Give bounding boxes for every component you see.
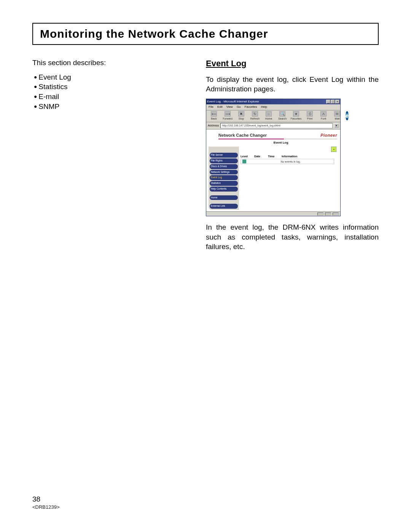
menu-view[interactable]: View — [226, 105, 233, 109]
event-log-heading: Event Log — [206, 58, 379, 69]
minimize-button[interactable]: _ — [326, 100, 330, 104]
search-icon: 🔍 — [279, 111, 285, 117]
page-content: Network Cache Changer Pioneer Event Log … — [206, 129, 340, 212]
sidebar-item-file-rights[interactable]: File Rights — [210, 158, 238, 163]
sidebar-item-discs-drives[interactable]: Discs & Drives — [210, 164, 238, 169]
sidebar-item-network-settings[interactable]: Network Settings — [210, 170, 238, 175]
header-rule — [218, 139, 337, 139]
address-dropdown-icon[interactable]: ▾ — [334, 123, 339, 128]
event-log-para-2: In the event log, the DRM-6NX writes inf… — [206, 222, 379, 252]
window-title: Event Log - Microsoft Internet Explorer — [207, 100, 326, 104]
mail-button[interactable]: ✉ Mail — [332, 111, 342, 120]
event-log-para-1: To display the event log, click Event Lo… — [206, 75, 379, 94]
forward-button[interactable]: ⟶ Forward — [222, 111, 233, 120]
font-label: Font — [321, 117, 326, 120]
intro-text: This section describes: — [32, 58, 192, 68]
mail-label: Mail — [335, 117, 340, 120]
sidebar-item-help-contents[interactable]: Help Contents — [210, 187, 238, 192]
col-time: Time — [268, 155, 282, 158]
font-button[interactable]: A Font — [318, 111, 329, 120]
sidebar-item-event-log[interactable]: Event Log — [210, 175, 238, 180]
home-icon: ⌂ — [266, 111, 272, 117]
bullet-item: E-mail — [34, 92, 192, 102]
app-title: Network Cache Changer — [218, 133, 267, 138]
address-input[interactable]: http://192.168.147.220/event_log/event_l… — [220, 123, 333, 128]
stop-label: Stop — [239, 117, 244, 120]
level-info-icon — [242, 160, 246, 163]
maximize-button[interactable]: □ — [331, 100, 335, 104]
print-label: Print — [307, 117, 312, 120]
bullet-list: Event Log Statistics E-mail SNMP — [32, 72, 192, 112]
status-cell — [317, 212, 323, 216]
page-header: Network Cache Changer Pioneer — [209, 132, 338, 138]
home-button[interactable]: ⌂ Home — [263, 111, 274, 120]
favorites-label: Favorites — [291, 117, 302, 120]
search-label: Search — [278, 117, 287, 120]
refresh-label: Refresh — [250, 117, 260, 120]
page-number: 38 — [32, 495, 60, 503]
print-button[interactable]: ⎙ Print — [304, 111, 315, 120]
empty-log-message: No events in log. — [248, 160, 334, 163]
sidebar-item-statistics[interactable]: Statistics — [210, 181, 238, 186]
menu-go[interactable]: Go — [237, 105, 241, 109]
menu-favorites[interactable]: Favorites — [245, 105, 257, 109]
address-label: Address — [208, 124, 219, 128]
back-icon: ⟵ — [211, 111, 217, 117]
page-footer: 38 <DRB1239> — [32, 495, 60, 510]
stop-button[interactable]: ✖ Stop — [236, 111, 247, 120]
event-log-table: Level Date Time Information No events in… — [241, 154, 334, 164]
main-panel: ▪ Level Date Time Information — [241, 147, 338, 210]
section-title-box: Monitoring the Network Cache Changer — [32, 23, 379, 45]
close-button[interactable]: × — [335, 100, 339, 104]
search-button[interactable]: 🔍 Search — [277, 111, 288, 120]
document-id: <DRB1239> — [32, 504, 60, 510]
menu-file[interactable]: File — [209, 105, 213, 109]
back-label: Back — [211, 117, 217, 120]
browser-screenshot: Event Log - Microsoft Internet Explorer … — [206, 99, 341, 216]
status-cell — [325, 212, 331, 216]
left-column: This section describes: Event Log Statis… — [32, 58, 192, 256]
content-columns: This section describes: Event Log Statis… — [32, 58, 379, 256]
sidebar-item-external-link[interactable]: External Link — [210, 204, 238, 209]
print-icon: ⎙ — [307, 111, 313, 117]
favorites-button[interactable]: ★ Favorites — [291, 111, 301, 120]
bullet-item: Statistics — [34, 82, 192, 92]
col-level: Level — [241, 155, 254, 158]
pioneer-logo: Pioneer — [320, 133, 337, 138]
menu-help[interactable]: Help — [261, 105, 267, 109]
mail-icon: ✉ — [334, 111, 340, 117]
page-body: File Server File Rights Discs & Drives N… — [209, 147, 338, 210]
table-header-row: Level Date Time Information — [241, 154, 334, 159]
back-button[interactable]: ⟵ Back — [209, 111, 219, 120]
bullet-item: SNMP — [34, 102, 192, 112]
font-icon: A — [320, 111, 327, 117]
disk-icon: ▪ — [333, 147, 334, 152]
address-bar: Address http://192.168.147.220/event_log… — [206, 122, 340, 129]
window-titlebar: Event Log - Microsoft Internet Explorer … — [206, 99, 340, 104]
home-label: Home — [265, 117, 272, 120]
sidebar-item-home[interactable]: Home — [210, 195, 238, 200]
ie-logo-icon: e — [346, 111, 349, 120]
menu-edit[interactable]: Edit — [217, 105, 223, 109]
stop-icon: ✖ — [238, 111, 244, 117]
col-date: Date — [254, 155, 268, 158]
forward-label: Forward — [223, 117, 233, 120]
sidebar: File Server File Rights Discs & Drives N… — [209, 147, 239, 210]
refresh-button[interactable]: ↻ Refresh — [250, 111, 260, 120]
status-bar — [206, 211, 340, 216]
forward-icon: ⟶ — [225, 111, 231, 117]
toolbar: ⟵ Back ⟶ Forward ✖ Stop ↻ Refresh — [206, 110, 340, 122]
bullet-item: Event Log — [34, 72, 192, 82]
refresh-icon: ↻ — [252, 111, 258, 117]
section-title: Monitoring the Network Cache Changer — [40, 27, 371, 40]
col-information: Information — [282, 155, 334, 158]
right-column: Event Log To display the event log, clic… — [206, 58, 379, 256]
status-cell — [333, 212, 339, 216]
page-title: Event Log — [224, 141, 338, 145]
favorites-icon: ★ — [293, 111, 299, 117]
menu-bar: File Edit View Go Favorites Help — [206, 104, 340, 110]
table-row: No events in log. — [241, 159, 334, 164]
save-log-button[interactable]: ▪ — [331, 147, 336, 152]
sidebar-item-file-server[interactable]: File Server — [210, 153, 238, 158]
